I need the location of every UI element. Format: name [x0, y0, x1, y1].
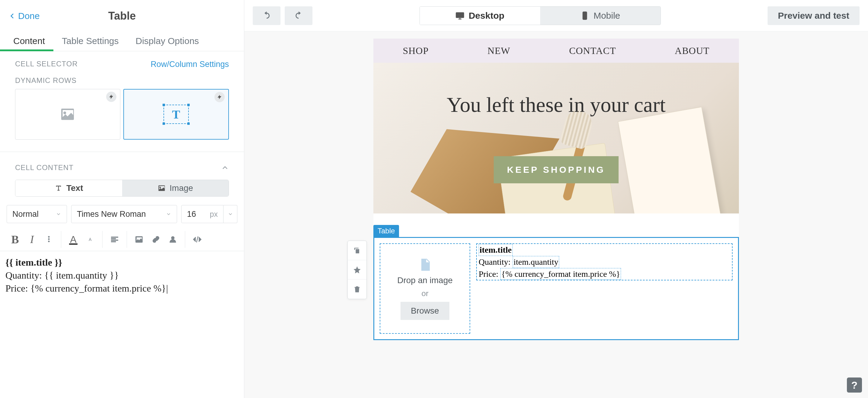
- font-family-select[interactable]: Times New Roman: [71, 205, 177, 223]
- chevron-down-icon: [228, 211, 233, 217]
- collapse-toggle[interactable]: [221, 164, 229, 172]
- editor-line-1: {{ item.title }}: [5, 256, 239, 269]
- text-toolbar: B I A A: [0, 228, 244, 251]
- svg-point-0: [48, 236, 50, 237]
- dynamic-bolt-icon: [214, 92, 225, 102]
- person-icon: [168, 235, 177, 244]
- table-block-wrap: Table Drop an image or Browse item.title…: [373, 225, 739, 340]
- browse-button[interactable]: Browse: [401, 302, 449, 320]
- row-column-settings-link[interactable]: Row/Column Settings: [151, 60, 229, 69]
- tab-table-settings[interactable]: Table Settings: [53, 32, 127, 51]
- nav-about[interactable]: ABOUT: [675, 45, 709, 56]
- price-prefix: Price:: [478, 269, 500, 279]
- device-mobile-button[interactable]: Mobile: [540, 7, 660, 25]
- email-hero[interactable]: You left these in your cart KEEP SHOPPIN…: [373, 63, 739, 213]
- more-text-options-button[interactable]: [40, 231, 57, 248]
- dots-vertical-icon: [45, 235, 53, 243]
- sidebar-tabs: Content Table Settings Display Options: [0, 32, 244, 51]
- device-desktop-button[interactable]: Desktop: [420, 7, 540, 25]
- device-mobile-label: Mobile: [593, 10, 620, 21]
- nav-shop[interactable]: SHOP: [403, 45, 429, 56]
- seg-text-button[interactable]: Text: [16, 180, 122, 196]
- dynamic-row-text-cell[interactable]: T: [123, 89, 229, 140]
- svg-rect-3: [456, 13, 464, 18]
- font-controls-row: Normal Times New Roman 16 px: [0, 205, 244, 228]
- cell-selector-section: CELL SELECTOR Row/Column Settings: [0, 51, 244, 75]
- cell-content-header: CELL CONTENT: [0, 152, 244, 180]
- cell-text-editor[interactable]: {{ item.title }} Quantity: {{ item.quant…: [0, 251, 244, 300]
- email-nav: SHOP NEW CONTACT ABOUT: [373, 39, 739, 63]
- hero-title: You left these in your cart: [447, 93, 665, 117]
- trash-icon: [353, 285, 361, 294]
- token-item-title: item.title: [478, 244, 513, 256]
- token-item-quantity: item.quantity: [513, 256, 559, 268]
- cell-content-type-toggle: Text Image: [15, 180, 229, 196]
- cell-selector-heading: CELL SELECTOR: [15, 60, 78, 68]
- help-button[interactable]: ?: [847, 377, 862, 393]
- chevron-up-icon: [221, 164, 229, 172]
- text-icon: [54, 184, 63, 192]
- personalization-button[interactable]: [164, 231, 181, 248]
- preview-and-test-button[interactable]: Preview and test: [768, 6, 860, 25]
- insert-link-button[interactable]: [148, 231, 164, 248]
- dropzone-text: Drop an image: [397, 276, 453, 285]
- block-duplicate-button[interactable]: [348, 241, 367, 260]
- font-size-unit: px: [210, 210, 218, 219]
- keep-shopping-button[interactable]: KEEP SHOPPING: [494, 156, 619, 183]
- table-block-selected[interactable]: Drop an image or Browse item.title Quant…: [373, 237, 739, 340]
- cell-content-heading: CELL CONTENT: [15, 163, 73, 172]
- link-icon: [151, 235, 160, 244]
- done-back-link[interactable]: Done: [8, 11, 40, 21]
- undo-redo-group: [253, 6, 312, 25]
- text-content-cell[interactable]: item.title Quantity: item.quantity Price…: [476, 243, 733, 280]
- font-size-input[interactable]: 16 px: [181, 205, 223, 223]
- chevron-down-icon: [56, 210, 61, 219]
- align-left-icon: [110, 235, 119, 244]
- dynamic-row-image-cell[interactable]: [15, 89, 120, 140]
- text-color-button[interactable]: A: [65, 231, 82, 248]
- block-actions-toolbar: [347, 241, 367, 299]
- bold-button[interactable]: B: [7, 231, 24, 248]
- qty-prefix: Quantity:: [478, 257, 513, 267]
- align-button[interactable]: [106, 231, 123, 248]
- dynamic-rows-heading: DYNAMIC ROWS: [15, 76, 76, 85]
- file-image-icon: [418, 257, 432, 272]
- nav-contact[interactable]: CONTACT: [569, 45, 616, 56]
- image-icon: [134, 235, 144, 244]
- star-icon: [353, 266, 361, 274]
- tab-content[interactable]: Content: [0, 32, 53, 51]
- font-family-value: Times New Roman: [77, 210, 146, 219]
- done-label: Done: [18, 11, 40, 21]
- font-size-dropdown-button[interactable]: [223, 205, 237, 223]
- paragraph-style-select[interactable]: Normal: [7, 205, 67, 223]
- editor-line-2: Quantity: {{ item.quantity }}: [5, 269, 239, 282]
- insert-image-button[interactable]: [131, 231, 148, 248]
- sidebar-title: Table: [108, 10, 136, 22]
- tab-display-options[interactable]: Display Options: [127, 32, 208, 51]
- block-favorite-button[interactable]: [348, 260, 367, 279]
- block-delete-button[interactable]: [348, 279, 367, 299]
- nav-new[interactable]: NEW: [487, 45, 510, 56]
- device-toggle: Desktop Mobile: [420, 6, 661, 25]
- code-view-button[interactable]: [189, 231, 206, 248]
- dynamic-rows-heading-wrap: DYNAMIC ROWS: [0, 75, 244, 89]
- undo-icon: [261, 10, 272, 21]
- dynamic-bolt-icon: [106, 92, 116, 102]
- copy-icon: [353, 246, 361, 255]
- undo-button[interactable]: [253, 6, 280, 25]
- text-bgcolor-button[interactable]: A: [82, 231, 99, 248]
- font-size-control: 16 px: [181, 205, 237, 223]
- svg-point-5: [585, 18, 585, 19]
- image-icon: [157, 184, 166, 192]
- sidebar-header: Done Table: [0, 0, 244, 32]
- text-block-icon: T: [163, 104, 189, 124]
- italic-button[interactable]: I: [24, 231, 40, 248]
- image-drop-cell[interactable]: Drop an image or Browse: [380, 243, 470, 334]
- svg-point-2: [48, 241, 50, 242]
- seg-image-label: Image: [169, 183, 193, 193]
- email-preview: SHOP NEW CONTACT ABOUT You left these in…: [373, 39, 739, 340]
- canvas-topbar: Desktop Mobile Preview and test: [244, 0, 868, 31]
- redo-button[interactable]: [285, 6, 312, 25]
- desktop-icon: [456, 11, 464, 20]
- seg-image-button[interactable]: Image: [122, 180, 229, 196]
